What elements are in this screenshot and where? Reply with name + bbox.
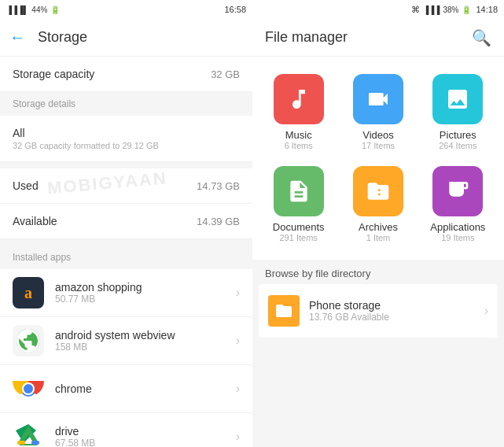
applications-label: Applications	[430, 221, 485, 233]
browse-header: Browse by file directory	[252, 260, 504, 284]
drive-icon-container	[13, 421, 44, 447]
documents-svg	[286, 179, 311, 204]
grid-item-archives[interactable]: Archives 1 Item	[338, 158, 418, 250]
storage-capacity-label: Storage capacity	[13, 68, 94, 80]
signal-bars: ▐▐▐▌	[6, 6, 28, 14]
documents-icon	[274, 166, 324, 216]
webview-size: 158 MB	[55, 342, 236, 353]
top-bar-left: ← Storage	[0, 19, 252, 57]
svg-point-4	[24, 384, 33, 393]
pictures-icon	[432, 74, 483, 124]
page-title-filemanager: File manager	[265, 29, 348, 46]
all-section: All 32 GB capacity formatted to 29.12 GB	[0, 116, 252, 162]
drive-info: drive 67.58 MB	[55, 425, 236, 447]
right-panel: ⌘ ▐▐▐ 38% 🔋 14:18 File manager 🔍 Music 6…	[252, 0, 504, 447]
chrome-chevron: ›	[236, 382, 240, 396]
documents-count: 291 Items	[280, 233, 318, 242]
chrome-name: chrome	[55, 382, 236, 395]
webview-icon-container	[13, 325, 44, 356]
status-bar-right: ⌘ ▐▐▐ 38% 🔋 14:18	[252, 0, 504, 19]
app-item-amazon[interactable]: a amazon shopping 50.77 MB ›	[0, 269, 252, 317]
drive-chevron: ›	[236, 430, 240, 444]
chrome-info: chrome	[55, 382, 236, 395]
archives-icon	[353, 166, 403, 216]
drive-name: drive	[55, 425, 236, 438]
grid-item-pictures[interactable]: Pictures 264 Items	[418, 66, 498, 158]
used-label: Used	[13, 179, 39, 192]
phone-storage-chevron: ›	[484, 304, 488, 318]
file-manager-grid: Music 6 Items Videos 17 Items Pictures 2…	[252, 57, 504, 260]
battery-icon-left: 🔋	[50, 6, 60, 14]
music-count: 6 Items	[285, 141, 313, 150]
music-svg	[286, 87, 311, 112]
pictures-label: Pictures	[440, 129, 476, 141]
music-icon	[274, 74, 324, 124]
svg-rect-10	[17, 441, 25, 445]
pictures-svg	[445, 87, 470, 112]
videos-svg	[366, 87, 391, 112]
app-item-drive[interactable]: drive 67.58 MB ›	[0, 413, 252, 447]
used-value: 14.73 GB	[197, 180, 240, 192]
archives-label: Archives	[359, 221, 398, 233]
amazon-letter: a	[24, 284, 32, 302]
back-button[interactable]: ←	[9, 28, 25, 46]
applications-svg	[445, 179, 470, 204]
applications-count: 19 Items	[441, 233, 474, 242]
available-item: Available 14.39 GB	[0, 204, 252, 239]
status-bar-left: ▐▐▐▌ 44% 🔋 16:58	[0, 0, 252, 19]
storage-capacity-item: Storage capacity 32 GB	[0, 57, 252, 92]
drive-svg	[13, 421, 44, 447]
svg-rect-11	[31, 441, 39, 445]
grid-item-documents[interactable]: Documents 291 Items	[259, 158, 338, 250]
amazon-chevron: ›	[236, 286, 240, 300]
available-label: Available	[13, 215, 57, 227]
storage-content: Storage capacity 32 GB Storage details A…	[0, 57, 252, 447]
documents-label: Documents	[273, 221, 325, 233]
pictures-count: 264 Items	[439, 141, 476, 150]
amazon-name: amazon shopping	[55, 281, 236, 294]
top-bar-right: File manager 🔍	[252, 19, 504, 57]
archives-svg	[366, 179, 391, 204]
battery-percent-left: 44%	[31, 6, 47, 14]
grid-item-applications[interactable]: Applications 19 Items	[418, 158, 498, 250]
webview-name: android system webview	[55, 329, 236, 342]
webview-chevron: ›	[236, 334, 240, 348]
phone-storage-info: Phone storage 13.76 GB Available	[309, 299, 484, 323]
grid-item-videos[interactable]: Videos 17 Items	[338, 66, 418, 158]
all-desc: 32 GB capacity formatted to 29.12 GB	[13, 141, 240, 150]
phone-storage-folder-icon	[268, 295, 300, 327]
time-left: 16:58	[224, 5, 246, 14]
divider2	[0, 239, 252, 246]
signal-info: ▐▐▐▌ 44% 🔋	[6, 6, 60, 14]
storage-details-header: Storage details	[0, 92, 252, 116]
all-label: All	[13, 127, 240, 139]
divider1	[0, 162, 252, 168]
used-item: Used 14.73 GB	[0, 168, 252, 204]
chrome-icon-container	[13, 373, 44, 405]
app-item-webview[interactable]: android system webview 158 MB ›	[0, 317, 252, 365]
phone-storage-name: Phone storage	[309, 299, 484, 312]
app-item-chrome[interactable]: chrome ›	[0, 365, 252, 413]
search-button[interactable]: 🔍	[472, 28, 491, 47]
amazon-size: 50.77 MB	[55, 294, 236, 305]
music-label: Music	[285, 129, 312, 141]
webview-svg	[14, 327, 42, 355]
phone-storage-item[interactable]: Phone storage 13.76 GB Available ›	[259, 284, 498, 338]
page-title-storage: Storage	[38, 29, 87, 46]
archives-count: 1 Item	[366, 233, 391, 242]
videos-icon	[353, 74, 403, 124]
left-panel: ▐▐▐▌ 44% 🔋 16:58 ← Storage Storage capac…	[0, 0, 252, 447]
grid-item-music[interactable]: Music 6 Items	[259, 66, 338, 158]
battery-percent-right: 38%	[443, 6, 458, 14]
folder-svg	[274, 301, 293, 320]
time-right: 14:18	[476, 5, 498, 14]
installed-apps-header: Installed apps	[0, 246, 252, 269]
battery-icon-right: 🔋	[462, 6, 471, 14]
chrome-svg	[13, 373, 44, 405]
videos-count: 17 Items	[362, 141, 395, 150]
webview-info: android system webview 158 MB	[55, 329, 236, 353]
amazon-info: amazon shopping 50.77 MB	[55, 281, 236, 305]
applications-icon	[432, 166, 483, 216]
phone-storage-avail: 13.76 GB Available	[309, 312, 484, 323]
drive-size: 67.58 MB	[55, 438, 236, 447]
